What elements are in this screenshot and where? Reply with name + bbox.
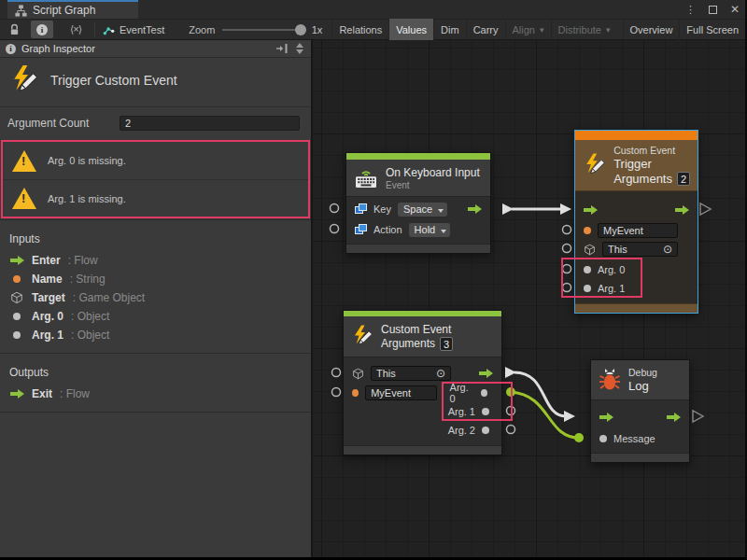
window-close-icon[interactable]: ✕: [730, 3, 740, 16]
port-message-in-connected[interactable]: [574, 433, 584, 442]
object-picker-icon[interactable]: ⊙: [663, 245, 672, 254]
port-arg1-out[interactable]: [507, 407, 515, 415]
code-preview-button[interactable]: ⟨×⟩: [64, 21, 87, 38]
argument-count-label: Argument Count: [7, 117, 120, 130]
arg2-row: Arg. 2: [344, 421, 501, 440]
node-footer: [575, 303, 698, 313]
wire-start-arrow: [505, 367, 516, 378]
object-port-icon[interactable]: [481, 389, 487, 397]
node-footer: [344, 445, 501, 455]
lock-icon: [9, 23, 20, 35]
graph-breadcrumb[interactable]: EventTest: [103, 23, 164, 35]
distribute-dropdown[interactable]: Distribute: [551, 19, 617, 40]
graph-toolbar: i ⟨×⟩ EventTest Zoom 1x Relations Values…: [0, 19, 745, 40]
object-port-icon[interactable]: [584, 266, 591, 273]
panel-spinner[interactable]: [294, 43, 305, 54]
inspect-button[interactable]: i: [31, 21, 53, 38]
target-field[interactable]: This ⊙: [602, 242, 678, 257]
node-title: Custom Event: [381, 323, 453, 336]
spinner-up-icon[interactable]: [296, 43, 303, 48]
object-port-icon: [13, 331, 21, 339]
port-arg1-in[interactable]: [563, 284, 571, 292]
arg2-label: Arg. 2: [448, 425, 475, 436]
flow-in-arrow[interactable]: [599, 413, 613, 422]
align-dropdown[interactable]: Align: [505, 19, 551, 40]
node-on-keyboard-input[interactable]: On Keyboard Input Event Key Space Acti: [345, 152, 491, 254]
event-name-field[interactable]: MyEvent: [365, 385, 436, 400]
node-header: On Keyboard Input Event: [346, 160, 490, 197]
node-subtitle: Event: [386, 180, 480, 190]
object-port-icon[interactable]: [599, 435, 607, 442]
flow-out-arrow[interactable]: [479, 369, 493, 378]
target-field[interactable]: This ⊙: [371, 366, 451, 381]
warning-arg1-missing: Arg. 1 is missing.: [3, 179, 308, 217]
fullscreen-button[interactable]: Full Screen: [679, 19, 745, 40]
window-menu-icon[interactable]: ⋮: [685, 4, 696, 16]
warning-icon: [12, 150, 36, 172]
port-name-in[interactable]: [563, 226, 571, 234]
node-title: Log: [628, 379, 657, 393]
flow-out-arrow[interactable]: [468, 204, 482, 214]
target-value: This: [376, 367, 396, 380]
node-footer: [591, 453, 689, 462]
argument-count-field[interactable]: 2: [120, 116, 300, 131]
spinner-down-icon[interactable]: [296, 49, 303, 54]
flow-out-arrow[interactable]: [667, 413, 681, 422]
tab-script-graph[interactable]: Script Graph: [7, 0, 138, 19]
values-button[interactable]: Values: [388, 19, 433, 40]
object-picker-icon[interactable]: ⊙: [436, 369, 445, 378]
port-action-in[interactable]: [331, 225, 339, 233]
key-row: Key Space: [346, 199, 490, 219]
warning-icon: [12, 188, 36, 209]
cube-icon[interactable]: [584, 244, 596, 256]
node-trigger-custom-event[interactable]: Custom Event Trigger Arguments 2: [574, 130, 698, 314]
carry-button[interactable]: Carry: [466, 19, 505, 40]
cube-icon[interactable]: [352, 368, 364, 380]
zoom-slider-knob[interactable]: [295, 24, 306, 35]
graph-hierarchy-icon: [15, 5, 27, 17]
port-target-in[interactable]: [332, 369, 341, 377]
custom-event-icon: [583, 151, 606, 179]
flow-out-arrow[interactable]: [675, 205, 689, 215]
lock-button[interactable]: [4, 21, 25, 38]
object-port-icon[interactable]: [482, 427, 489, 434]
key-dropdown[interactable]: Space: [398, 203, 447, 217]
argument-count-row: Argument Count 2: [0, 106, 311, 139]
flow-in-arrow[interactable]: [584, 205, 598, 215]
wire-end-arrow: [560, 203, 571, 215]
node-title-line2: Arguments: [381, 337, 435, 350]
input-target: Target : Game Object: [0, 288, 311, 307]
event-name-field[interactable]: MyEvent: [598, 223, 678, 238]
graph-canvas[interactable]: On Keyboard Input Event Key Space Acti: [313, 40, 745, 557]
zoom-slider[interactable]: [222, 29, 303, 31]
string-port-icon[interactable]: [352, 389, 359, 397]
argument-count-chip: 3: [440, 337, 453, 351]
dim-button[interactable]: Dim: [433, 19, 466, 40]
port-arg0-in[interactable]: [563, 265, 571, 273]
overview-button[interactable]: Overview: [623, 19, 680, 40]
window-maximize-icon[interactable]: [709, 6, 717, 14]
port-key-in[interactable]: [331, 204, 339, 213]
node-custom-event[interactable]: Custom Event Arguments 3 This ⊙: [343, 310, 502, 455]
wire-arg0-to-message[interactable]: [511, 392, 579, 438]
flow-continue-indicator: [693, 411, 703, 422]
pin-name: Exit: [32, 387, 52, 400]
node-debug-log[interactable]: Debug Log Message: [590, 359, 690, 463]
selected-warning-colorbar: [575, 131, 698, 140]
action-dropdown[interactable]: Hold: [409, 223, 451, 237]
string-port-icon[interactable]: [584, 227, 591, 234]
port-target-in[interactable]: [563, 245, 571, 253]
port-arg2-out[interactable]: [507, 426, 515, 434]
wire-event-to-debug[interactable]: [514, 372, 566, 416]
relations-button[interactable]: Relations: [331, 19, 388, 40]
object-port-icon[interactable]: [482, 408, 489, 415]
object-port-icon[interactable]: [584, 285, 591, 292]
port-arg0-out-connected[interactable]: [506, 387, 515, 397]
port-name-in[interactable]: [332, 388, 341, 397]
arg0-row: Arg. 0: [575, 260, 698, 279]
dock-panel-icon[interactable]: [275, 43, 289, 54]
tab-label: Script Graph: [33, 4, 95, 17]
action-label: Action: [374, 224, 402, 235]
arg1-row: Arg. 1: [575, 279, 698, 298]
toolbar-separator: [94, 22, 95, 37]
